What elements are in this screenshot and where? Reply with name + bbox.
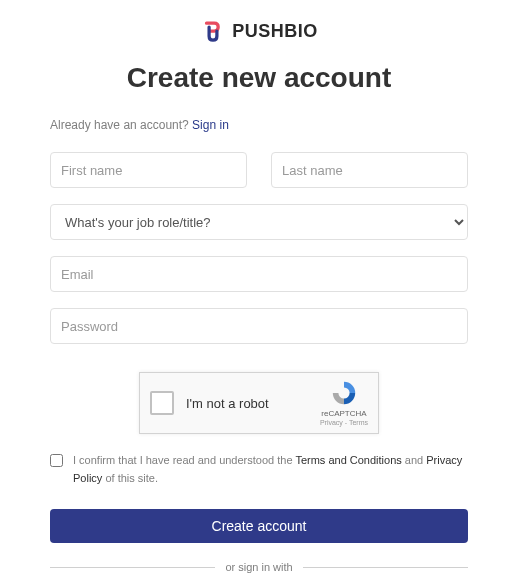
brand-name: PUSHBIO (232, 21, 318, 42)
first-name-field[interactable] (50, 152, 247, 188)
recaptcha-checkbox[interactable] (150, 391, 174, 415)
last-name-field[interactable] (271, 152, 468, 188)
recaptcha-label: I'm not a robot (186, 396, 320, 411)
page-title: Create new account (50, 62, 468, 94)
pushbio-logo-icon (200, 18, 226, 44)
create-account-button[interactable]: Create account (50, 509, 468, 543)
job-role-select[interactable]: What's your job role/title? (50, 204, 468, 240)
signin-link[interactable]: Sign in (192, 118, 229, 132)
brand-logo: PUSHBIO (50, 18, 468, 44)
terms-link[interactable]: Terms and Conditions (295, 454, 401, 466)
consent-checkbox[interactable] (50, 454, 63, 467)
password-field[interactable] (50, 308, 468, 344)
email-field[interactable] (50, 256, 468, 292)
signin-prompt: Already have an account? Sign in (50, 118, 468, 132)
recaptcha-widget: I'm not a robot reCAPTCHA Privacy - Term… (50, 372, 468, 434)
social-signin-divider: or sign in with (50, 561, 468, 573)
consent-text: I confirm that I have read and understoo… (73, 452, 468, 487)
recaptcha-icon (330, 379, 358, 407)
recaptcha-branding: reCAPTCHA Privacy - Terms (320, 379, 368, 427)
signin-prompt-text: Already have an account? (50, 118, 192, 132)
